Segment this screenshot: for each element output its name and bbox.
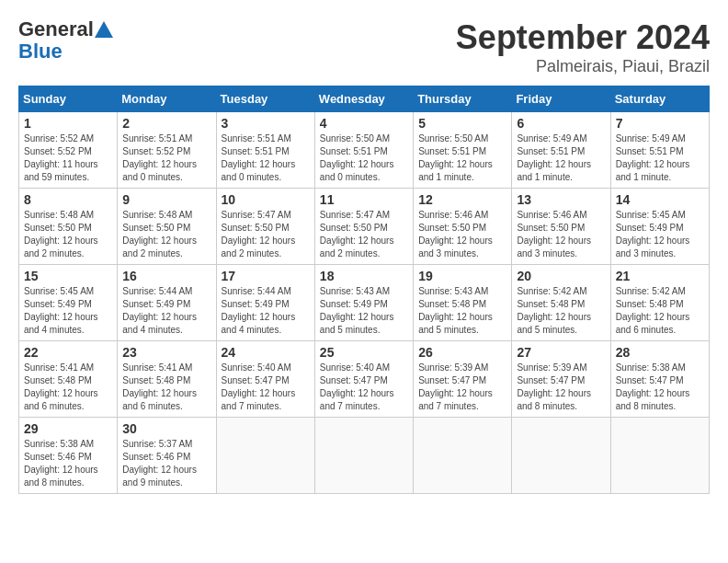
calendar-cell: 22Sunrise: 5:41 AM Sunset: 5:48 PM Dayli… [19,341,118,418]
day-info: Sunrise: 5:48 AM Sunset: 5:50 PM Dayligh… [122,209,210,260]
calendar-cell: 16Sunrise: 5:44 AM Sunset: 5:49 PM Dayli… [118,265,216,341]
calendar-cell [414,418,512,494]
calendar-cell: 23Sunrise: 5:41 AM Sunset: 5:48 PM Dayli… [118,341,216,418]
day-number: 23 [122,345,210,360]
calendar-cell: 21Sunrise: 5:42 AM Sunset: 5:48 PM Dayli… [610,265,709,341]
day-info: Sunrise: 5:45 AM Sunset: 5:49 PM Dayligh… [616,209,704,260]
day-info: Sunrise: 5:45 AM Sunset: 5:49 PM Dayligh… [24,285,112,337]
day-info: Sunrise: 5:50 AM Sunset: 5:51 PM Dayligh… [418,132,506,184]
day-number: 13 [517,192,605,207]
calendar-cell: 15Sunrise: 5:45 AM Sunset: 5:49 PM Dayli… [19,265,118,341]
day-number: 19 [418,269,506,283]
day-info: Sunrise: 5:38 AM Sunset: 5:46 PM Dayligh… [24,438,112,489]
day-info: Sunrise: 5:48 AM Sunset: 5:50 PM Dayligh… [24,209,112,260]
day-info: Sunrise: 5:42 AM Sunset: 5:48 PM Dayligh… [616,285,704,337]
weekday-header-wednesday: Wednesday [314,86,413,112]
calendar-cell: 9Sunrise: 5:48 AM Sunset: 5:50 PM Daylig… [118,189,216,265]
day-number: 15 [24,269,112,283]
day-info: Sunrise: 5:49 AM Sunset: 5:51 PM Dayligh… [616,132,704,184]
day-info: Sunrise: 5:39 AM Sunset: 5:47 PM Dayligh… [517,362,605,413]
day-number: 25 [320,345,408,360]
calendar-cell: 18Sunrise: 5:43 AM Sunset: 5:49 PM Dayli… [314,265,413,341]
day-info: Sunrise: 5:43 AM Sunset: 5:48 PM Dayligh… [418,285,506,337]
day-info: Sunrise: 5:40 AM Sunset: 5:47 PM Dayligh… [222,362,310,413]
day-info: Sunrise: 5:41 AM Sunset: 5:48 PM Dayligh… [122,362,210,413]
calendar-cell: 6Sunrise: 5:49 AM Sunset: 5:51 PM Daylig… [512,112,610,189]
weekday-header-friday: Friday [512,86,610,112]
title-area: September 2024 Palmeirais, Piaui, Brazil [456,18,710,76]
weekday-header-monday: Monday [118,86,216,112]
calendar-cell: 26Sunrise: 5:39 AM Sunset: 5:47 PM Dayli… [414,341,512,418]
weekday-header-thursday: Thursday [414,86,512,112]
day-number: 22 [24,345,112,360]
calendar-cell: 25Sunrise: 5:40 AM Sunset: 5:47 PM Dayli… [314,341,413,418]
calendar-week-row: 1Sunrise: 5:52 AM Sunset: 5:52 PM Daylig… [19,112,710,189]
day-number: 5 [418,116,506,131]
day-number: 28 [616,345,704,360]
day-info: Sunrise: 5:39 AM Sunset: 5:47 PM Dayligh… [418,362,506,413]
day-number: 12 [418,192,506,207]
calendar-cell: 20Sunrise: 5:42 AM Sunset: 5:48 PM Dayli… [512,265,610,341]
calendar-cell: 12Sunrise: 5:46 AM Sunset: 5:50 PM Dayli… [414,189,512,265]
page-header: General Blue September 2024 Palmeirais, … [18,18,710,76]
calendar-cell: 28Sunrise: 5:38 AM Sunset: 5:47 PM Dayli… [610,341,709,418]
day-info: Sunrise: 5:46 AM Sunset: 5:50 PM Dayligh… [418,209,506,260]
calendar-cell: 8Sunrise: 5:48 AM Sunset: 5:50 PM Daylig… [19,189,118,265]
day-info: Sunrise: 5:52 AM Sunset: 5:52 PM Dayligh… [24,132,112,184]
day-info: Sunrise: 5:37 AM Sunset: 5:46 PM Dayligh… [122,438,210,489]
day-info: Sunrise: 5:46 AM Sunset: 5:50 PM Dayligh… [517,209,605,260]
calendar-cell [610,418,709,494]
day-number: 2 [122,116,210,131]
calendar-cell: 1Sunrise: 5:52 AM Sunset: 5:52 PM Daylig… [19,112,118,189]
day-info: Sunrise: 5:47 AM Sunset: 5:50 PM Dayligh… [222,209,310,260]
logo-blue: Blue [18,40,63,63]
day-number: 10 [222,192,310,207]
day-number: 17 [222,269,310,283]
weekday-header-row: SundayMondayTuesdayWednesdayThursdayFrid… [19,86,710,112]
calendar-cell [216,418,314,494]
day-number: 29 [24,421,112,436]
calendar-week-row: 22Sunrise: 5:41 AM Sunset: 5:48 PM Dayli… [19,341,710,418]
day-info: Sunrise: 5:41 AM Sunset: 5:48 PM Dayligh… [24,362,112,413]
calendar-cell: 19Sunrise: 5:43 AM Sunset: 5:48 PM Dayli… [414,265,512,341]
weekday-header-saturday: Saturday [610,86,709,112]
day-number: 30 [122,421,210,436]
calendar-cell: 24Sunrise: 5:40 AM Sunset: 5:47 PM Dayli… [216,341,314,418]
day-info: Sunrise: 5:42 AM Sunset: 5:48 PM Dayligh… [517,285,605,337]
day-info: Sunrise: 5:44 AM Sunset: 5:49 PM Dayligh… [222,285,310,337]
day-number: 18 [320,269,408,283]
day-number: 27 [517,345,605,360]
calendar-cell [314,418,413,494]
day-info: Sunrise: 5:50 AM Sunset: 5:51 PM Dayligh… [320,132,408,184]
svg-marker-0 [95,21,113,38]
calendar-cell: 17Sunrise: 5:44 AM Sunset: 5:49 PM Dayli… [216,265,314,341]
calendar-cell: 27Sunrise: 5:39 AM Sunset: 5:47 PM Dayli… [512,341,610,418]
calendar-cell: 30Sunrise: 5:37 AM Sunset: 5:46 PM Dayli… [118,418,216,494]
month-title: September 2024 [456,18,710,57]
day-number: 21 [616,269,704,283]
calendar-cell: 10Sunrise: 5:47 AM Sunset: 5:50 PM Dayli… [216,189,314,265]
day-info: Sunrise: 5:51 AM Sunset: 5:51 PM Dayligh… [222,132,310,184]
calendar-cell: 13Sunrise: 5:46 AM Sunset: 5:50 PM Dayli… [512,189,610,265]
day-number: 14 [616,192,704,207]
day-number: 9 [122,192,210,207]
calendar-week-row: 15Sunrise: 5:45 AM Sunset: 5:49 PM Dayli… [19,265,710,341]
weekday-header-tuesday: Tuesday [216,86,314,112]
logo-bird-icon [95,21,113,38]
day-number: 8 [24,192,112,207]
calendar-week-row: 29Sunrise: 5:38 AM Sunset: 5:46 PM Dayli… [19,418,710,494]
day-info: Sunrise: 5:43 AM Sunset: 5:49 PM Dayligh… [320,285,408,337]
logo: General Blue [18,18,113,63]
day-number: 1 [24,116,112,131]
weekday-header-sunday: Sunday [19,86,118,112]
day-number: 4 [320,116,408,131]
location-title: Palmeirais, Piaui, Brazil [456,57,710,76]
day-number: 3 [222,116,310,131]
calendar-cell: 5Sunrise: 5:50 AM Sunset: 5:51 PM Daylig… [414,112,512,189]
calendar-cell: 29Sunrise: 5:38 AM Sunset: 5:46 PM Dayli… [19,418,118,494]
day-info: Sunrise: 5:51 AM Sunset: 5:52 PM Dayligh… [122,132,210,184]
day-info: Sunrise: 5:38 AM Sunset: 5:47 PM Dayligh… [616,362,704,413]
calendar-week-row: 8Sunrise: 5:48 AM Sunset: 5:50 PM Daylig… [19,189,710,265]
calendar-cell: 3Sunrise: 5:51 AM Sunset: 5:51 PM Daylig… [216,112,314,189]
calendar-cell: 14Sunrise: 5:45 AM Sunset: 5:49 PM Dayli… [610,189,709,265]
